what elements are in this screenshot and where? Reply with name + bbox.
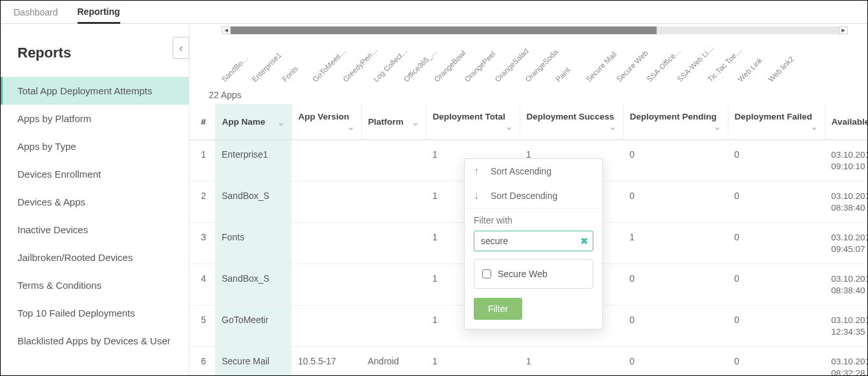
chart-axis-label: OrangePeel — [463, 50, 497, 83]
chevron-down-icon[interactable]: ⌄ — [347, 121, 355, 132]
top-tabs: Dashboard Reporting — [1, 1, 867, 24]
column-filter-popup: ↑ Sort Ascending ↓ Sort Descending Filte… — [464, 158, 603, 329]
cell-num: 3 — [189, 223, 215, 264]
col-deployment-total[interactable]: Deployment Total⌄ — [426, 104, 520, 140]
chevron-down-icon[interactable]: ⌄ — [505, 121, 513, 132]
col-deployment-success[interactable]: Deployment Success⌄ — [520, 104, 623, 140]
sidebar-item-total-app-deployment[interactable]: Total App Deployment Attempts — [1, 77, 189, 105]
cell-app-name: SandBox_S — [215, 182, 291, 223]
tab-reporting[interactable]: Reporting — [78, 1, 120, 24]
chevron-down-icon[interactable]: ⌄ — [277, 117, 285, 127]
cell-num: 4 — [189, 264, 215, 306]
cell-total: 1 — [426, 347, 520, 375]
cell-app-version — [291, 264, 361, 306]
sort-asc-label: Sort Ascending — [491, 166, 551, 176]
scroll-thumb[interactable] — [231, 26, 657, 34]
cell-available: 03.10.201 08:38:40 — [825, 264, 867, 306]
chevron-down-icon[interactable]: ⌄ — [810, 121, 818, 132]
cell-available: 03.10.201 09:45:07 — [825, 223, 867, 264]
sidebar-item-apps-by-type[interactable]: Apps by Type — [1, 132, 189, 160]
sort-desc-label: Sort Descending — [491, 191, 558, 201]
cell-available: 03.10.201 12:34:35 — [825, 306, 867, 347]
cell-platform — [361, 306, 426, 347]
scroll-track[interactable] — [231, 26, 839, 34]
chart-axis-label: SandBo… — [220, 54, 250, 83]
chart-scrollbar[interactable]: ◄ ► — [222, 26, 848, 34]
table-row[interactable]: 6Secure Mail10.5.5-17Android110003.10.20… — [189, 347, 867, 375]
cell-pending: 0 — [623, 264, 728, 306]
cell-num: 5 — [189, 306, 215, 347]
scroll-right-icon[interactable]: ► — [839, 26, 848, 34]
cell-available: 03.10.201 08:32:28 — [825, 347, 867, 375]
chart-axis-label: Paint — [555, 66, 572, 83]
cell-pending: 0 — [623, 347, 728, 375]
cell-failed: 0 — [728, 140, 825, 182]
filter-button[interactable]: Filter — [474, 298, 522, 320]
cell-num: 1 — [189, 140, 215, 182]
sort-ascending-item[interactable]: ↑ Sort Ascending — [465, 159, 602, 183]
cell-num: 2 — [189, 182, 215, 223]
cell-failed: 0 — [728, 347, 825, 375]
sidebar-item-top10-failed[interactable]: Top 10 Failed Deployments — [1, 299, 189, 327]
col-num[interactable]: # — [189, 104, 215, 140]
cell-platform: Android — [361, 347, 426, 375]
chart-axis-label: Secure Mail — [585, 50, 618, 83]
sidebar-item-blacklisted-apps[interactable]: Blacklisted Apps by Devices & User — [1, 327, 189, 355]
chart-axis-label: Web Link — [737, 56, 764, 83]
cell-app-version — [291, 306, 361, 347]
cell-platform — [361, 223, 426, 264]
apps-count-label: 22 Apps — [209, 90, 867, 100]
chevron-down-icon[interactable]: ⌄ — [609, 121, 617, 132]
cell-num: 6 — [189, 347, 215, 375]
cell-app-version — [291, 182, 361, 223]
scroll-left-icon[interactable]: ◄ — [222, 26, 231, 34]
filter-input[interactable] — [474, 231, 593, 251]
cell-failed: 0 — [728, 264, 825, 306]
col-platform[interactable]: Platform⌄ — [361, 104, 426, 140]
chart-axis-labels: SandBo…Enterprise1FontsGoToMeeti…GreedyP… — [222, 38, 848, 83]
chart-axis-label: OrangeBowl — [433, 49, 467, 83]
sidebar-item-jailbroken-devices[interactable]: Jailbroken/Rooted Devices — [1, 244, 189, 271]
sort-descending-item[interactable]: ↓ Sort Descending — [465, 183, 602, 208]
col-app-name[interactable]: App Name⌄ — [215, 104, 291, 140]
sidebar: ‹ Reports Total App Deployment Attempts … — [1, 24, 189, 375]
sidebar-item-devices-and-apps[interactable]: Devices & Apps — [1, 188, 189, 216]
sidebar-item-inactive-devices[interactable]: Inactive Devices — [1, 216, 189, 244]
chart-axis-label: Web link2 — [767, 55, 796, 83]
sidebar-item-devices-enrollment[interactable]: Devices Enrollment — [1, 160, 189, 188]
cell-app-name: Enterprise1 — [215, 140, 291, 182]
chevron-left-icon: ‹ — [179, 41, 183, 55]
arrow-up-icon: ↑ — [474, 165, 484, 177]
chart-axis-label: Fonts — [281, 65, 300, 83]
cell-app-name: GoToMeetir — [215, 306, 291, 347]
cell-platform — [361, 182, 426, 223]
col-deployment-failed[interactable]: Deployment Failed⌄ — [728, 104, 825, 140]
clear-icon[interactable]: ✖ — [580, 236, 588, 246]
col-app-version[interactable]: App Version⌄ — [291, 104, 361, 140]
cell-app-name: SandBox_S — [215, 264, 291, 306]
cell-pending: 0 — [623, 306, 728, 347]
cell-failed: 0 — [728, 306, 825, 347]
chevron-down-icon[interactable]: ⌄ — [412, 117, 419, 127]
reports-heading: Reports — [1, 37, 189, 77]
cell-failed: 0 — [728, 223, 825, 264]
cell-failed: 0 — [728, 182, 825, 223]
cell-platform — [361, 140, 426, 182]
filter-option-checkbox[interactable] — [482, 269, 491, 278]
cell-app-version — [291, 223, 361, 264]
chart-axis-label: Enterprise1 — [251, 51, 283, 83]
cell-app-version — [291, 140, 361, 182]
chart-axis-label: Secure Web — [615, 49, 650, 83]
col-deployment-pending[interactable]: Deployment Pending⌄ — [623, 104, 728, 140]
chevron-down-icon[interactable]: ⌄ — [714, 121, 721, 132]
sidebar-item-terms-conditions[interactable]: Terms & Conditions — [1, 271, 189, 299]
cell-app-name: Fonts — [215, 223, 291, 264]
sidebar-collapse-button[interactable]: ‹ — [173, 37, 189, 59]
filter-option-label: Secure Web — [498, 269, 547, 279]
col-available[interactable]: Available — [825, 104, 867, 140]
cell-available: 03.10.201 08:38:40 — [825, 182, 867, 223]
filter-option-secure-web[interactable]: Secure Web — [474, 259, 593, 289]
tab-dashboard[interactable]: Dashboard — [14, 2, 58, 23]
sidebar-item-apps-by-platform[interactable]: Apps by Platform — [1, 105, 189, 132]
cell-pending: 0 — [623, 182, 728, 223]
